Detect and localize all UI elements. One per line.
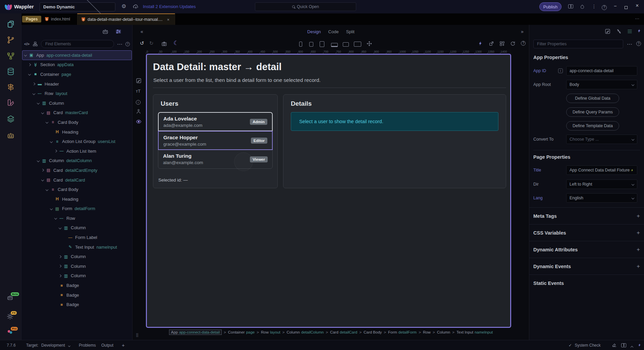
breadcrumb-segment[interactable]: Row	[423, 330, 431, 334]
refresh-icon[interactable]	[510, 41, 516, 46]
expand-chevron-icon[interactable]	[54, 217, 57, 219]
expand-chevron-icon[interactable]	[33, 92, 35, 95]
help-icon[interactable]: ?	[602, 4, 607, 10]
device-phablet-icon[interactable]	[309, 42, 313, 48]
find-elements-input[interactable]: Find Elements	[41, 40, 114, 48]
pages-panel-icon[interactable]	[7, 20, 15, 28]
tree-row-column[interactable]: ▥Column	[22, 271, 132, 281]
install-updates-link[interactable]: Install 2 Extension Updates	[143, 4, 196, 9]
redo-icon[interactable]: ↻	[149, 40, 154, 46]
workflows-icon[interactable]	[7, 52, 15, 60]
canvas-help-icon[interactable]: ?	[521, 41, 526, 47]
edit-props-icon[interactable]	[605, 29, 610, 34]
screenshot-camera-icon[interactable]	[161, 41, 167, 47]
define-query-params-button[interactable]: Define Query Params	[566, 107, 619, 117]
expand-chevron-icon[interactable]	[46, 188, 48, 191]
dynamic-bolt-icon[interactable]	[478, 41, 483, 46]
list-props-icon[interactable]	[627, 29, 633, 34]
tree-row-header[interactable]: ▬Header	[22, 79, 132, 89]
styles-palette-icon[interactable]	[7, 99, 15, 107]
breadcrumb-segment[interactable]: Text InputnameInput	[457, 330, 493, 334]
device-tablet-icon[interactable]	[320, 41, 324, 48]
tab-index-html[interactable]: 5 index.html	[41, 13, 74, 25]
target-selector[interactable]: Target: Development	[26, 343, 70, 348]
props-more-icon[interactable]: ⋯	[627, 41, 632, 47]
mode-design[interactable]: Design	[307, 29, 321, 34]
output-button[interactable]: Output	[101, 343, 113, 348]
title-input[interactable]: App Connect Data Detail Fixture	[566, 165, 637, 175]
problems-button[interactable]: Problems	[79, 343, 96, 348]
expand-chevron-icon[interactable]	[28, 73, 31, 76]
mode-code[interactable]: Code	[328, 29, 339, 34]
move-resize-icon[interactable]	[367, 41, 372, 46]
tree-row-column[interactable]: ▥Column	[22, 223, 132, 233]
section-dynamic-events[interactable]: Dynamic Events+	[529, 258, 644, 275]
system-check-button[interactable]: ✓ System Check	[569, 343, 601, 348]
routes-signpost-icon[interactable]	[7, 83, 15, 91]
eye-preview-icon[interactable]	[136, 119, 142, 124]
filter-properties-input[interactable]: Filter Properties	[533, 40, 623, 48]
tree-row-card-body[interactable]: ≡Card Body	[22, 117, 132, 127]
section-css-variables[interactable]: CSS Variables+	[529, 224, 644, 241]
bolt-icon[interactable]	[631, 168, 634, 172]
props-help-icon[interactable]: ?	[636, 41, 641, 46]
breadcrumb-segment[interactable]: Rowlayout	[261, 330, 280, 334]
layers-icon[interactable]	[7, 115, 15, 123]
clear-icon[interactable]	[612, 343, 617, 348]
split-view-icon[interactable]	[568, 4, 573, 9]
info-icon[interactable]: i	[136, 99, 141, 105]
add-panel-icon[interactable]: +	[122, 342, 125, 348]
breadcrumb-segment[interactable]: ColumndetailColumn	[286, 330, 324, 334]
breadcrumb-segment[interactable]: Containerpage	[228, 330, 255, 334]
tree-row-badge[interactable]: ■Badge	[22, 300, 132, 309]
add-plus-icon[interactable]: +	[637, 263, 640, 270]
breadcrumb-segment[interactable]: Column	[437, 330, 450, 334]
tab-data-detail[interactable]: 5 data-detail-master-detail--tour-manual…	[77, 13, 175, 25]
expand-chevron-icon[interactable]	[41, 111, 44, 114]
tree-row-column[interactable]: ▥Column	[22, 98, 132, 108]
app-root-select[interactable]: Body	[566, 80, 637, 89]
tab-close-icon[interactable]: ×	[167, 17, 170, 22]
add-plus-icon[interactable]: +	[637, 213, 640, 219]
bolt-status-icon[interactable]	[638, 343, 642, 348]
breadcrumb-segment[interactable]: FormdetailForm	[388, 330, 417, 334]
expand-chevron-icon[interactable]	[59, 227, 61, 229]
dynamic-bolt-icon[interactable]	[637, 28, 642, 34]
tree-row-form-label[interactable]: —Form Label	[22, 233, 132, 242]
tree-row-app[interactable]: ▣Appapp-connect-data-detail	[22, 50, 132, 60]
options-gear-icon[interactable]: FX	[7, 313, 13, 320]
window-restore-button[interactable]	[625, 5, 628, 10]
tree-row-heading[interactable]: HHeading	[22, 127, 132, 137]
code-view-icon[interactable]: </>	[24, 42, 30, 46]
dark-mode-moon-icon[interactable]: ☾	[173, 40, 178, 47]
add-plus-icon[interactable]: +	[637, 230, 640, 236]
expand-chevron-icon[interactable]	[24, 54, 27, 56]
device-desktop-icon[interactable]	[343, 42, 349, 48]
user-list-item[interactable]: Ada Lovelaceada@example.comAdmin	[158, 112, 273, 131]
assistant-robot-icon[interactable]	[7, 132, 15, 140]
app-id-input[interactable]: app-connect-data-detail	[566, 66, 637, 76]
convert-to-select[interactable]: Choose Type ...	[566, 135, 637, 144]
project-selector[interactable]: Demo Dynamic Real Estate Site	[40, 2, 115, 11]
tree-more-icon[interactable]: ⋯	[117, 41, 122, 47]
components-grid-icon[interactable]	[499, 41, 505, 46]
expand-chevron-icon[interactable]	[50, 207, 53, 210]
tree-row-column[interactable]: ▥ColumndetailColumn	[22, 156, 132, 166]
expand-chevron-icon[interactable]	[28, 63, 31, 66]
edit-pencil-icon[interactable]	[136, 78, 142, 84]
tree-row-column[interactable]: ▥Column	[22, 252, 132, 261]
share-export-icon[interactable]	[489, 41, 494, 46]
cloud-download-icon[interactable]	[133, 4, 139, 10]
database-icon[interactable]	[7, 67, 15, 76]
panel-layout-icon[interactable]	[621, 343, 626, 348]
pro-features-icon[interactable]: Pro	[7, 329, 13, 336]
window-close-button[interactable]: ×	[636, 3, 639, 8]
droplet-theme-icon[interactable]	[581, 4, 584, 10]
lang-select[interactable]: English	[566, 193, 637, 203]
user-list-item[interactable]: Grace Hoppergrace@example.comEditor	[158, 131, 273, 150]
tree-row-action-list-item[interactable]: —Action List Item	[22, 146, 132, 156]
undo-icon[interactable]: ↺	[140, 40, 144, 46]
tree-row-text-input[interactable]: ✎Text InputnameInput	[22, 242, 132, 252]
kebab-menu-icon[interactable]: ⋮	[592, 4, 596, 9]
dir-select[interactable]: Left to Right	[566, 180, 637, 189]
